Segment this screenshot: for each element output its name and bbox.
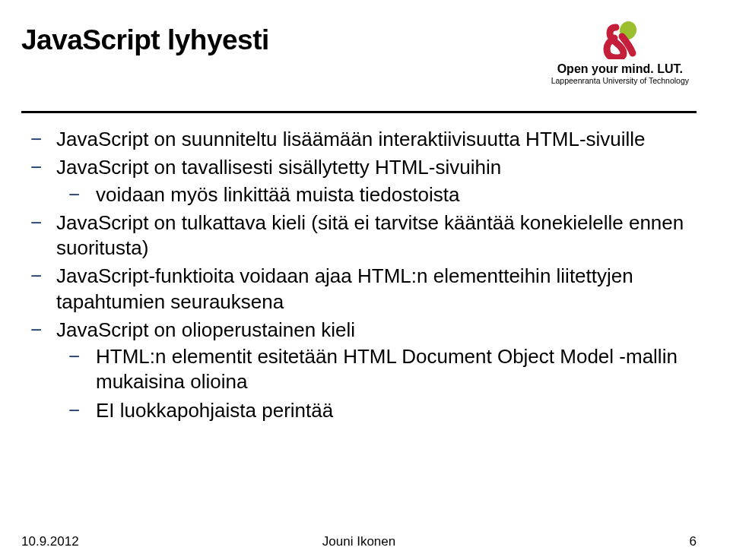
footer-page: 6 (690, 534, 697, 549)
list-item: JavaScript on tulkattava kieli (sitä ei … (56, 210, 697, 261)
list-item: JavaScript on suunniteltu lisäämään inte… (56, 127, 697, 152)
list-item-text: JavaScript on tavallisesti sisällytetty … (56, 156, 501, 179)
list-item: HTML:n elementit esitetään HTML Document… (96, 344, 697, 395)
footer: 10.9.2012 Jouni Ikonen 6 (21, 534, 697, 549)
lut-logo: Open your mind. LUT. Lappeenranta Univer… (551, 20, 689, 85)
list-item: JavaScript on tavallisesti sisällytetty … (56, 155, 697, 207)
footer-author: Jouni Ikonen (322, 534, 395, 549)
ampersand-icon (599, 20, 640, 59)
list-item: JavaScript-funktioita voidaan ajaa HTML:… (56, 264, 697, 315)
logo-main-text: Open your mind. LUT. (551, 62, 689, 76)
list-item: JavaScript on olioperustainen kieli HTML… (56, 318, 697, 423)
bullet-list: JavaScript on suunniteltu lisäämään inte… (56, 127, 697, 423)
footer-date: 10.9.2012 (21, 534, 79, 549)
slide-title: JavaScript lyhyesti (21, 24, 269, 56)
logo-sub-text: Lappeenranta University of Technology (551, 76, 689, 85)
divider (21, 111, 697, 113)
list-item: voidaan myös linkittää muista tiedostois… (96, 182, 697, 207)
list-item: EI luokkapohjaista perintää (96, 398, 697, 423)
list-item-text: JavaScript on olioperustainen kieli (56, 318, 355, 341)
